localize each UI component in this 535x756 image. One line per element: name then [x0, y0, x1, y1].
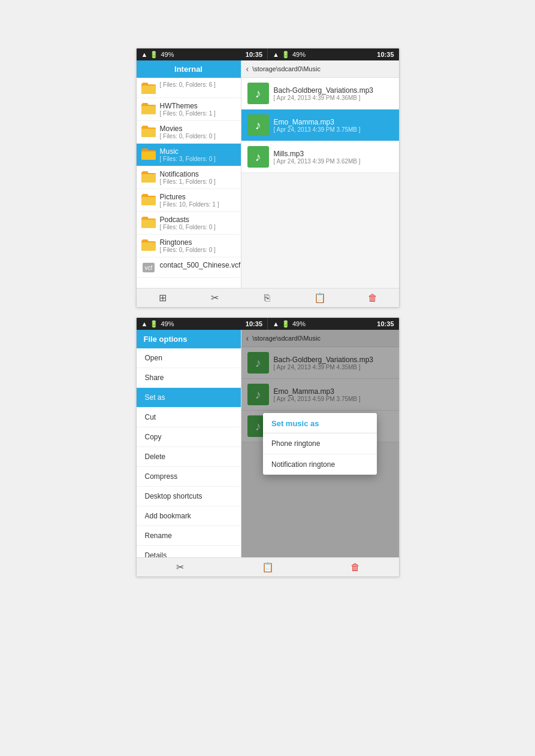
toolbar-grid-btn[interactable]: ⊞ [137, 292, 189, 303]
menu-item-open[interactable]: Open [137, 348, 241, 368]
folder-name-ringtones: Ringtones [160, 238, 216, 247]
folder-meta-movies: [ Files: 0, Folders: 0 ] [160, 133, 216, 139]
folder-name-hwthemes: HWThemes [160, 102, 216, 110]
menu-item-delete[interactable]: Delete [137, 447, 241, 467]
folder-icon-podcasts [141, 216, 156, 228]
path-header-1: ‹ \storage\sdcard0\Music [241, 60, 399, 78]
menu-item-copy[interactable]: Copy [137, 427, 241, 447]
folder-icon-contact: vcf [141, 262, 156, 274]
status-bar-left: ▲ 🔋 49% 10:35 [137, 48, 268, 60]
folder-item-contact[interactable]: vcf contact_500_Chinese.vcf [137, 257, 241, 278]
sim-icon-2r: ▲ [273, 320, 279, 327]
sim-icon: ▲ [141, 51, 148, 58]
music-note-icon: ♪ [255, 87, 261, 101]
svg-rect-0 [141, 86, 156, 94]
battery-percent-2l: 49% [161, 320, 174, 327]
folder-icon-hwthemes [141, 102, 156, 114]
menu-item-rename[interactable]: Rename [137, 526, 241, 546]
popup-overlay: Set music as Phone ringtone Notification… [241, 330, 399, 557]
toolbar-delete-btn[interactable]: 🗑 [346, 292, 399, 303]
toolbar-2-paste-btn[interactable]: 📋 [224, 561, 312, 573]
right-panel-1: ‹ \storage\sdcard0\Music ♪ Bach-Goldberg… [241, 60, 399, 288]
folder-name-podcasts: Podcasts [160, 215, 216, 224]
svg-rect-4 [141, 174, 156, 183]
folder-icon [141, 82, 156, 94]
battery-icon-2r: 🔋 [282, 320, 290, 328]
popup-title: Set music as [263, 413, 377, 433]
toolbar-cut-btn[interactable]: ✂ [189, 292, 241, 303]
folder-name-notifications: Notifications [160, 170, 216, 178]
time-2-left: 10:35 [246, 320, 262, 327]
set-music-as-popup: Set music as Phone ringtone Notification… [263, 413, 377, 475]
menu-item-compress[interactable]: Compress [137, 467, 241, 487]
popup-option-phone-ringtone[interactable]: Phone ringtone [263, 433, 377, 454]
status-bar-right: ▲ 🔋 49% 10:35 [268, 48, 399, 60]
folder-item-root[interactable]: [ Files: 0, Folders: 6 ] [137, 78, 241, 98]
music-thumb-mills: ♪ [247, 146, 269, 168]
file-meta-mills: [ Apr 24, 2013 4:39 PM 3.62MB ] [274, 158, 361, 165]
menu-item-desktop[interactable]: Desktop shortcuts [137, 487, 241, 506]
music-note-icon-3: ♪ [255, 150, 261, 164]
folder-icon-notifications [141, 171, 156, 183]
folder-item-ringtones[interactable]: Ringtones [ Files: 0, Folders: 0 ] [137, 235, 241, 257]
svg-rect-7 [141, 242, 156, 251]
svg-text:vcf: vcf [144, 265, 152, 271]
menu-item-setas[interactable]: Set as [137, 388, 241, 408]
music-thumb-bach: ♪ [247, 83, 269, 104]
time-left: 10:35 [246, 51, 262, 58]
music-thumb-emo: ♪ [247, 114, 269, 136]
file-item-bach[interactable]: ♪ Bach-Goldberg_Variations.mp3 [ Apr 24,… [241, 78, 399, 110]
split-layout-1: Internal [ Files: 0, Folders: 6 ] [137, 60, 399, 288]
file-name-emo: Emo_Mamma.mp3 [274, 118, 361, 126]
svg-rect-6 [141, 220, 156, 228]
menu-item-addbookmark[interactable]: Add bookmark [137, 506, 241, 526]
folder-meta-hwthemes: [ Files: 0, Folders: 1 ] [160, 110, 216, 117]
folder-meta-ringtones: [ Files: 0, Folders: 0 ] [160, 247, 216, 253]
folder-item-music[interactable]: Music [ Files: 3, Folders: 0 ] [137, 144, 241, 166]
folder-item-pictures[interactable]: Pictures [ Files: 10, Folders: 1 ] [137, 189, 241, 212]
music-note-icon-2: ♪ [255, 119, 261, 132]
toolbar-1: ⊞ ✂ ⎘ 📋 🗑 [137, 288, 399, 307]
folder-meta-root: [ Files: 0, Folders: 6 ] [160, 81, 216, 88]
folder-item-notifications[interactable]: Notifications [ Files: 1, Folders: 0 ] [137, 166, 241, 189]
menu-item-cut[interactable]: Cut [137, 408, 241, 427]
folder-icon-ringtones [141, 239, 156, 251]
internal-label: Internal [137, 60, 241, 78]
file-options-panel: File options Open Share Set as Cut Copy … [137, 330, 241, 557]
status-bar-2-left: ▲ 🔋 49% 10:35 [137, 318, 268, 330]
folder-icon-movies [141, 125, 156, 137]
left-panel-1: Internal [ Files: 0, Folders: 6 ] [137, 60, 241, 288]
back-button-1[interactable]: ‹ [246, 64, 249, 74]
toolbar-copy-btn[interactable]: ⎘ [241, 292, 294, 303]
time-right: 10:35 [377, 51, 394, 58]
battery-percent-right: 49% [292, 51, 306, 58]
folder-item-hwthemes[interactable]: HWThemes [ Files: 0, Folders: 1 ] [137, 98, 241, 121]
folder-meta-notifications: [ Files: 1, Folders: 0 ] [160, 178, 216, 185]
toolbar-2-delete-btn[interactable]: 🗑 [312, 561, 399, 573]
toolbar-2: ✂ 📋 🗑 [137, 557, 399, 576]
menu-item-share[interactable]: Share [137, 368, 241, 388]
battery-percent-left: 49% [161, 51, 174, 58]
file-meta-emo: [ Apr 24, 2013 4:39 PM 3.75MB ] [274, 126, 361, 133]
file-options-header: File options [137, 330, 241, 348]
file-item-emo[interactable]: ♪ Emo_Mamma.mp3 [ Apr 24, 2013 4:39 PM 3… [241, 110, 399, 141]
file-meta-bach: [ Apr 24, 2013 4:39 PM 4.36MB ] [274, 95, 374, 101]
folder-name-music: Music [160, 147, 216, 156]
menu-item-details[interactable]: Details [137, 546, 241, 557]
folder-name-pictures: Pictures [160, 193, 219, 201]
page-wrapper: ▲ 🔋 49% 10:35 ▲ 🔋 49% 10:35 Internal [136, 48, 400, 577]
folder-item-movies[interactable]: Movies [ Files: 0, Folders: 0 ] [137, 121, 241, 144]
dual-status-bar: ▲ 🔋 49% 10:35 ▲ 🔋 49% 10:35 [137, 48, 399, 60]
battery-icon-r: 🔋 [282, 51, 290, 59]
toolbar-paste-btn[interactable]: 📋 [294, 292, 346, 303]
folder-item-podcasts[interactable]: Podcasts [ Files: 0, Folders: 0 ] [137, 212, 241, 235]
folder-icon-music [141, 148, 156, 160]
svg-rect-5 [141, 197, 156, 205]
toolbar-2-cut-btn[interactable]: ✂ [137, 561, 224, 573]
battery-icon-2: 🔋 [150, 320, 158, 328]
folder-meta-pictures: [ Files: 10, Folders: 1 ] [160, 201, 219, 208]
file-item-mills[interactable]: ♪ Mills.mp3 [ Apr 24, 2013 4:39 PM 3.62M… [241, 141, 399, 173]
popup-option-notification-ringtone[interactable]: Notification ringtone [263, 454, 377, 475]
svg-rect-3 [141, 151, 156, 160]
folder-name-contact: contact_500_Chinese.vcf [160, 261, 241, 269]
